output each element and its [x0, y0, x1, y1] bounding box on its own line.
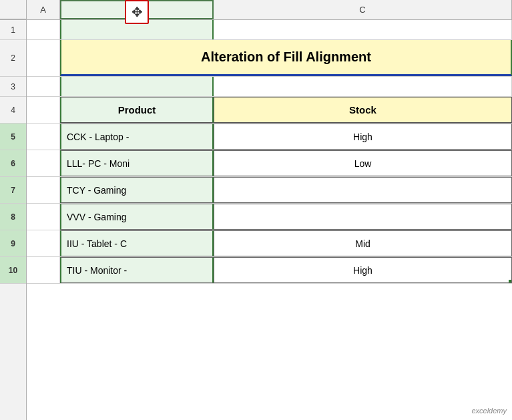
header-product[interactable]: Product	[60, 97, 214, 123]
move-cursor-icon: ✥	[125, 0, 149, 24]
row-num-10[interactable]: 10	[0, 257, 26, 284]
watermark: exceldemy	[471, 407, 507, 415]
corner-spacer	[0, 0, 27, 19]
grid-content: Alteration of Fill Alignment Product Sto…	[27, 20, 512, 420]
cell-6a[interactable]	[27, 150, 60, 176]
cell-8c[interactable]	[214, 204, 512, 230]
cell-4a[interactable]	[27, 97, 60, 123]
cell-3a[interactable]	[27, 77, 60, 96]
cell-10a[interactable]	[27, 257, 60, 283]
row-2: Alteration of Fill Alignment	[27, 40, 512, 77]
row-num-2[interactable]: 2	[0, 40, 26, 77]
grid-body: 1 2 3 4 5 6 7 8 9 10 Alteration of Fil	[0, 20, 512, 420]
row-num-3[interactable]: 3	[0, 77, 26, 97]
row-num-6[interactable]: 6	[0, 150, 26, 177]
cell-6c[interactable]: Low	[214, 150, 512, 176]
column-headers: A ✥ B C	[0, 0, 512, 20]
cell-8a[interactable]	[27, 204, 60, 230]
cell-7a[interactable]	[27, 177, 60, 203]
header-stock[interactable]: Stock	[214, 97, 512, 123]
row-3	[27, 77, 512, 97]
cell-3c[interactable]	[214, 77, 512, 96]
row-num-8[interactable]: 8	[0, 204, 26, 230]
cell-3b[interactable]	[60, 77, 214, 96]
cell-10b[interactable]: TIU - Monitor -	[60, 257, 214, 283]
row-num-5[interactable]: 5	[0, 124, 26, 150]
cell-9b[interactable]: IIU - Tablet - C	[60, 230, 214, 256]
col-header-c[interactable]: C	[214, 0, 512, 19]
col-header-a[interactable]: A	[27, 0, 60, 19]
cell-9a[interactable]	[27, 230, 60, 256]
row-10: TIU - Monitor - High	[27, 257, 512, 284]
cell-5a[interactable]	[27, 124, 60, 150]
row-num-7[interactable]: 7	[0, 177, 26, 204]
row-1	[27, 20, 512, 40]
row-num-1[interactable]: 1	[0, 20, 26, 40]
row-5: CCK - Laptop - High	[27, 124, 512, 150]
cell-5b[interactable]: CCK - Laptop -	[60, 124, 214, 150]
row-num-4[interactable]: 4	[0, 97, 26, 124]
row-4: Product Stock	[27, 97, 512, 124]
fill-handle[interactable]	[509, 280, 512, 283]
cell-7b[interactable]: TCY - Gaming	[60, 177, 214, 203]
cell-9c[interactable]: Mid	[214, 230, 512, 256]
row-numbers: 1 2 3 4 5 6 7 8 9 10	[0, 20, 27, 420]
cell-7c[interactable]	[214, 177, 512, 203]
cell-10c[interactable]: High	[214, 257, 512, 283]
cell-2a[interactable]	[27, 40, 60, 76]
cell-1a[interactable]	[27, 20, 60, 39]
title-cell[interactable]: Alteration of Fill Alignment	[60, 40, 512, 76]
cell-8b[interactable]: VVV - Gaming	[60, 204, 214, 230]
row-9: IIU - Tablet - C Mid	[27, 230, 512, 257]
col-header-b[interactable]: ✥ B	[60, 0, 214, 19]
spreadsheet: A ✥ B C 1 2 3 4 5 6 7 8 9 10	[0, 0, 512, 420]
cell-6b[interactable]: LLL- PC - Moni	[60, 150, 214, 176]
cell-5c[interactable]: High	[214, 124, 512, 150]
row-7: TCY - Gaming	[27, 177, 512, 204]
row-6: LLL- PC - Moni Low	[27, 150, 512, 177]
row-8: VVV - Gaming	[27, 204, 512, 230]
row-num-9[interactable]: 9	[0, 230, 26, 257]
cell-1c[interactable]	[214, 20, 512, 39]
